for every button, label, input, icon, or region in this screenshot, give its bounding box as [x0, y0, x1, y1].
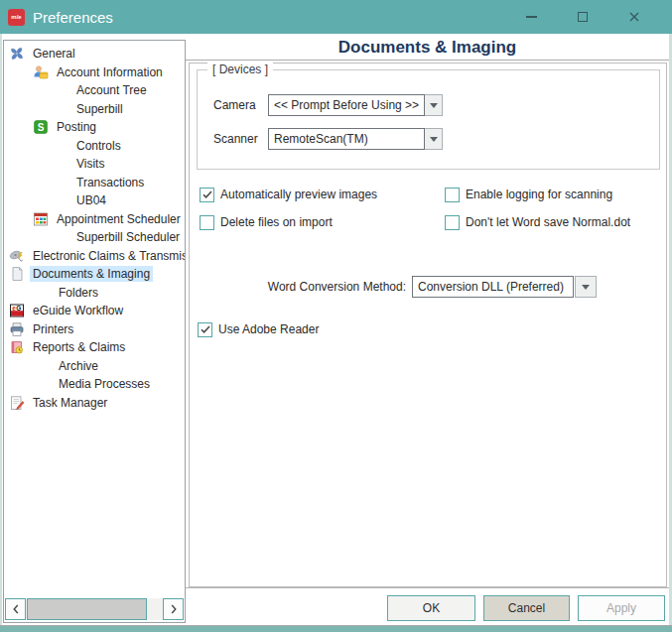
- tree-item-general[interactable]: General: [4, 45, 185, 63]
- checkbox-box: [200, 188, 214, 202]
- window-controls: [505, 0, 660, 34]
- checkbox-enable-logging-for-scanning[interactable]: Enable logging for scanning: [445, 187, 612, 202]
- maximize-button[interactable]: [557, 0, 608, 34]
- camera-label: Camera: [213, 98, 268, 112]
- tree-item-reports-claims[interactable]: Reports & Claims: [4, 338, 185, 357]
- chevron-down-icon: [430, 103, 438, 108]
- tree-item-eguide-workflow[interactable]: eGeGuide Workflow: [4, 302, 185, 320]
- window-frame-bottom: [0, 625, 672, 632]
- camera-select: << Prompt Before Using >>: [268, 94, 443, 116]
- tree-item-media-processes[interactable]: Media Processes: [4, 375, 185, 394]
- scroll-thumb[interactable]: [27, 598, 147, 620]
- tree-item-label: Posting: [54, 119, 99, 135]
- title-divider: [186, 60, 669, 61]
- devices-group: [ Devices ] Camera << Prompt Before Usin…: [197, 69, 660, 170]
- checkbox-box: [445, 188, 460, 202]
- cancel-button[interactable]: Cancel: [483, 595, 570, 621]
- apply-button[interactable]: Apply: [578, 595, 665, 621]
- tree-list: GeneralAccount InformationAccount TreeSu…: [4, 41, 185, 412]
- app-icon: m/e: [8, 9, 25, 26]
- tree-item-label: Transactions: [73, 175, 147, 190]
- minimize-icon: [526, 16, 537, 18]
- word-conversion-value[interactable]: Conversion DLL (Preferred): [412, 276, 574, 298]
- calendar-icon: [32, 211, 49, 227]
- checkbox-dont-let-word-save-normal-dot[interactable]: Don't let Word save Normal.dot: [445, 214, 630, 230]
- tree-item-label: Superbill Scheduler: [73, 229, 183, 245]
- scroll-right-button[interactable]: [163, 598, 184, 620]
- scanner-label: Scanner: [213, 132, 268, 146]
- pinwheel-icon: [8, 46, 25, 62]
- minimize-button[interactable]: [505, 0, 557, 34]
- checkbox-use-adobe-reader[interactable]: Use Adobe Reader: [198, 321, 319, 337]
- camera-row: Camera << Prompt Before Using >>: [213, 94, 443, 116]
- tree-item-superbill[interactable]: Superbill: [4, 100, 185, 119]
- tree-item-visits[interactable]: Visits: [4, 155, 185, 174]
- satellite-icon: [8, 248, 25, 264]
- scanner-dropdown-button[interactable]: [425, 128, 443, 150]
- tree-item-label: Media Processes: [56, 376, 153, 392]
- svg-text:S: S: [37, 122, 44, 133]
- user-folder-icon: [32, 64, 49, 80]
- tree-item-task-manager[interactable]: Task Manager: [4, 394, 185, 413]
- tree-item-superbill-scheduler[interactable]: Superbill Scheduler: [4, 228, 185, 247]
- chevron-right-icon: [170, 604, 178, 614]
- tree-item-label: Reports & Claims: [30, 339, 128, 355]
- tree-item-documents-imaging[interactable]: Documents & Imaging: [4, 265, 185, 284]
- scroll-left-button[interactable]: [5, 598, 26, 620]
- titlebar: m/e Preferences: [0, 0, 672, 34]
- eguide-icon: eG: [8, 303, 25, 318]
- word-conversion-label: Word Conversion Method:: [259, 280, 406, 294]
- tree-item-label: Controls: [73, 138, 124, 154]
- tree-item-label: Task Manager: [30, 395, 110, 411]
- checkbox-box: [198, 322, 212, 337]
- close-button[interactable]: [608, 0, 660, 34]
- camera-value[interactable]: << Prompt Before Using >>: [268, 94, 425, 116]
- checkbox-automatically-preview-images[interactable]: Automatically preview images: [200, 187, 377, 202]
- tree-item-account-information[interactable]: Account Information: [4, 63, 185, 82]
- tree-item-label: Account Tree: [73, 82, 150, 98]
- tree-item-printers[interactable]: Printers: [4, 320, 185, 339]
- reports-icon: [8, 339, 25, 355]
- tree-item-ub04[interactable]: UB04: [4, 191, 185, 210]
- devices-group-label: [ Devices ]: [207, 63, 273, 76]
- tree-item-label: Appointment Scheduler: [54, 211, 184, 227]
- scanner-row: Scanner RemoteScan(TM): [213, 128, 443, 150]
- ok-button[interactable]: OK: [387, 595, 475, 621]
- tree-item-label: Electronic Claims & Transmis: [30, 248, 186, 264]
- check-icon: [200, 323, 211, 335]
- checkbox-box: [445, 215, 460, 230]
- close-icon: [628, 11, 640, 23]
- tree-item-controls[interactable]: Controls: [4, 137, 185, 156]
- tree-item-label: Documents & Imaging: [30, 266, 153, 282]
- document-icon: [8, 266, 25, 282]
- tree-item-appointment-scheduler[interactable]: Appointment Scheduler: [4, 210, 185, 229]
- task-icon: [8, 395, 25, 411]
- preferences-tree: GeneralAccount InformationAccount TreeSu…: [3, 40, 186, 623]
- scanner-value[interactable]: RemoteScan(TM): [268, 128, 425, 150]
- camera-dropdown-button[interactable]: [425, 94, 443, 116]
- word-conversion-select: Conversion DLL (Preferred): [412, 276, 597, 298]
- chevron-down-icon: [430, 137, 438, 142]
- word-conversion-row: Word Conversion Method: Conversion DLL (…: [259, 276, 597, 298]
- chevron-down-icon: [582, 285, 590, 290]
- tree-item-posting[interactable]: SPosting: [4, 118, 185, 137]
- checkbox-delete-files-on-import[interactable]: Delete files on import: [200, 214, 333, 230]
- tree-item-electronic-claims-transmis[interactable]: Electronic Claims & Transmis: [4, 247, 185, 266]
- word-conversion-dropdown-button[interactable]: [575, 276, 597, 298]
- tree-item-transactions[interactable]: Transactions: [4, 174, 185, 192]
- checkbox-box: [200, 215, 214, 230]
- page-title: Documents & Imaging: [186, 38, 669, 58]
- tree-item-label: eGuide Workflow: [30, 303, 126, 318]
- tree-item-archive[interactable]: Archive: [4, 357, 185, 376]
- tree-item-folders[interactable]: Folders: [4, 284, 185, 303]
- footer-divider: [186, 587, 669, 588]
- svg-text:G: G: [16, 305, 21, 312]
- scroll-track[interactable]: [147, 598, 163, 620]
- posting-icon: S: [32, 119, 49, 135]
- tree-item-label: Visits: [73, 156, 107, 172]
- tree-item-label: Printers: [30, 321, 76, 337]
- tree-item-account-tree[interactable]: Account Tree: [4, 81, 185, 100]
- tree-item-label: Superbill: [73, 101, 126, 117]
- chevron-left-icon: [12, 604, 20, 614]
- tree-h-scrollbar: [5, 598, 184, 620]
